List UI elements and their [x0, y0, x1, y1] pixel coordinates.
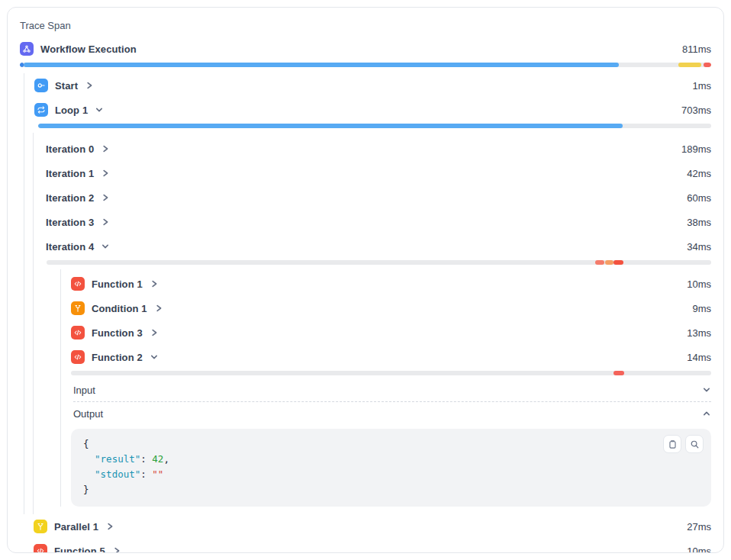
- trace-span-panel: Trace Span Workflow Execution 811ms: [7, 7, 724, 553]
- row-function-1[interactable]: Function 1 10ms: [71, 272, 711, 296]
- output-json-viewer: { "result": 42, "stdout": "" }: [71, 429, 711, 507]
- start-label: Start: [55, 80, 78, 92]
- workflow-icon: [20, 42, 34, 56]
- iteration-2-label: Iteration 2: [46, 192, 94, 204]
- iteration-3-duration: 38ms: [687, 217, 711, 228]
- workflow-label: Workflow Execution: [40, 43, 137, 55]
- function-node-icon: [71, 326, 85, 340]
- function-1-label: Function 1: [92, 278, 143, 290]
- condition-1-duration: 9ms: [692, 303, 711, 314]
- loop-duration: 703ms: [681, 105, 711, 116]
- function-3-duration: 13ms: [687, 327, 711, 339]
- loop-timeline-bar: [38, 124, 711, 128]
- function-node-icon: [34, 544, 47, 553]
- iteration-1-duration: 42ms: [687, 168, 711, 179]
- chevron-down-icon[interactable]: [95, 105, 104, 114]
- clipboard-icon: [668, 439, 678, 449]
- input-label: Input: [73, 385, 95, 396]
- row-workflow-execution[interactable]: Workflow Execution 811ms: [20, 38, 711, 60]
- chevron-right-icon[interactable]: [150, 328, 159, 337]
- chevron-right-icon[interactable]: [101, 193, 110, 202]
- chevron-right-icon[interactable]: [101, 217, 110, 227]
- chevron-right-icon[interactable]: [150, 279, 159, 288]
- input-section-header[interactable]: Input: [71, 378, 711, 401]
- iteration-0-duration: 189ms: [681, 143, 711, 155]
- chevron-up-icon[interactable]: [702, 409, 711, 418]
- start-duration: 1ms: [692, 80, 711, 92]
- iteration-1-label: Iteration 1: [46, 168, 94, 179]
- code-line: }: [83, 482, 699, 497]
- chevron-right-icon[interactable]: [101, 144, 110, 153]
- row-function-3[interactable]: Function 3 13ms: [71, 320, 711, 345]
- row-start[interactable]: Start 1ms: [33, 73, 711, 98]
- row-iteration-2[interactable]: Iteration 2 60ms: [46, 185, 711, 210]
- iteration-4-duration: 34ms: [687, 241, 711, 253]
- row-condition-1[interactable]: Condition 1 9ms: [71, 296, 711, 320]
- iteration-2-duration: 60ms: [687, 192, 711, 204]
- panel-title: Trace Span: [20, 18, 711, 34]
- loop-node-icon: [34, 103, 48, 117]
- condition-1-label: Condition 1: [92, 303, 147, 314]
- row-iteration-4[interactable]: Iteration 4 34ms: [46, 234, 711, 259]
- function-1-duration: 10ms: [687, 278, 711, 290]
- iteration-3-label: Iteration 3: [46, 217, 94, 228]
- function-2-label: Function 2: [92, 352, 143, 363]
- function-3-label: Function 3: [92, 327, 143, 339]
- chevron-right-icon[interactable]: [112, 546, 121, 553]
- row-function-2[interactable]: Function 2 14ms: [71, 345, 711, 369]
- row-iteration-0[interactable]: Iteration 0 189ms: [46, 137, 711, 161]
- parallel-node-icon: [34, 520, 47, 533]
- iteration-4-label: Iteration 4: [46, 241, 94, 253]
- start-node-icon: [34, 79, 48, 92]
- chevron-down-icon[interactable]: [150, 352, 159, 362]
- function-node-icon: [71, 277, 85, 291]
- condition-node-icon: [71, 301, 85, 315]
- iteration-4-children-group: Function 1 10ms: [60, 269, 711, 507]
- chevron-right-icon[interactable]: [85, 81, 94, 90]
- code-line: "result": 42,: [83, 452, 699, 467]
- output-label: Output: [73, 408, 103, 420]
- function-2-duration: 14ms: [687, 352, 711, 363]
- workflow-duration: 811ms: [682, 43, 711, 55]
- loop-label: Loop 1: [55, 105, 88, 116]
- iteration-4-timeline-bar: [47, 260, 711, 265]
- row-loop-1[interactable]: Loop 1 703ms: [33, 98, 711, 122]
- row-iteration-3[interactable]: Iteration 3 38ms: [46, 210, 711, 234]
- row-parallel-1[interactable]: Parallel 1 27ms: [20, 514, 711, 539]
- code-line: "stdout": "": [83, 467, 699, 482]
- function-5-duration: 10ms: [687, 546, 711, 554]
- code-line: {: [83, 436, 699, 452]
- search-icon: [690, 439, 700, 449]
- function-5-label: Function 5: [54, 546, 105, 554]
- row-function-5[interactable]: Function 5 10ms: [20, 539, 711, 553]
- parallel-1-label: Parallel 1: [54, 521, 98, 533]
- copy-button[interactable]: [663, 435, 681, 453]
- parallel-1-duration: 27ms: [687, 521, 711, 533]
- output-section-header[interactable]: Output: [71, 402, 711, 425]
- iteration-0-label: Iteration 0: [46, 143, 94, 155]
- chevron-right-icon[interactable]: [105, 522, 114, 531]
- chevron-right-icon[interactable]: [101, 169, 110, 178]
- search-button[interactable]: [685, 435, 704, 453]
- loop-children-group: Iteration 0 189ms Iteration 1 42ms: [33, 133, 711, 514]
- workflow-timeline-bar: [20, 63, 711, 67]
- function-2-timeline-bar: [71, 371, 711, 375]
- chevron-down-icon[interactable]: [702, 385, 711, 394]
- row-iteration-1[interactable]: Iteration 1 42ms: [46, 161, 711, 185]
- chevron-right-icon[interactable]: [154, 304, 163, 313]
- chevron-down-icon[interactable]: [101, 242, 110, 251]
- workflow-children-group: Start 1ms Loop 1 70: [24, 73, 711, 514]
- function-node-icon: [71, 350, 85, 364]
